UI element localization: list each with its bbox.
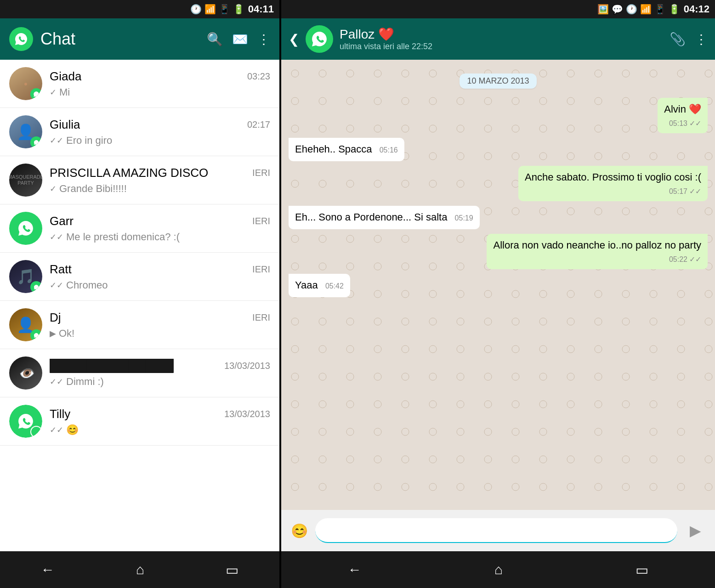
wa-icon-right: 💬 [612, 4, 623, 15]
message-3-content: Anche sabato. Prossimo ti voglio cosi :( [525, 170, 701, 185]
preview-unknown: Dimmi :) [66, 376, 104, 388]
recent-button-right[interactable]: ▭ [636, 562, 648, 578]
header-icons-left: 🔍 ✉️ ⋮ [207, 32, 270, 47]
preview-garr: Me le presti domenica? :( [66, 231, 180, 243]
last-seen-text: ultima vista ieri alle 22:52 [340, 42, 663, 51]
message-4-content: Eh... Sono a Pordenone... Si salta 05:19 [295, 210, 473, 225]
avatar-tilly [9, 405, 42, 438]
message-3-meta: 05:17 ✓✓ [525, 187, 701, 197]
chat-info-giada: Giada 03:23 ✓ Mi [50, 69, 270, 98]
chat-info-dj: Dj IERI ▶ Ok! [50, 311, 270, 339]
chat-name-giada: Giada [50, 69, 81, 84]
home-button-left[interactable]: ⌂ [136, 562, 144, 577]
preview-ratt: Chromeo [66, 279, 108, 291]
message-4-time: 05:19 [455, 214, 473, 222]
chat-time-giulia: 02:17 [247, 119, 270, 130]
message-1-content: Alvin ❤️ [664, 102, 701, 117]
send-icon: ▶ [690, 522, 701, 539]
message-6: Yaaa 05:42 [289, 274, 350, 297]
chat-item-ratt[interactable]: 🎵 Ratt IERI ✓✓ Chromeo [0, 253, 279, 301]
menu-icon-left[interactable]: ⋮ [257, 32, 270, 47]
check-priscilla: ✓ [50, 184, 57, 194]
attach-icon[interactable]: 📎 [670, 32, 686, 47]
check-ratt: ✓✓ [50, 280, 63, 290]
new-chat-icon[interactable]: ✉️ [232, 32, 248, 47]
check-giada: ✓ [50, 87, 57, 97]
chat-info-garr: Garr IERI ✓✓ Me le presti domenica? :( [50, 214, 270, 243]
recent-button-left[interactable]: ▭ [226, 562, 238, 578]
check-tilly: ✓✓ [50, 425, 63, 435]
status-bar-left: 🕐 📶 📱 🔋 04:11 [0, 0, 279, 18]
contact-info: Palloz ❤️ ultima vista ieri alle 22:52 [340, 27, 663, 51]
avatar-garr [9, 212, 42, 245]
message-1-check: ✓✓ [689, 119, 701, 129]
bottom-nav-right: ← ⌂ ▭ [281, 551, 715, 588]
message-6-content: Yaaa 05:42 [295, 278, 344, 293]
message-1-meta: 05:13 ✓✓ [664, 119, 701, 129]
chat-info-tilly: Tilly 13/03/2013 ✓✓ 😊 [50, 407, 270, 436]
message-5-check: ✓✓ [689, 254, 701, 265]
emoji-button[interactable]: 😊 [289, 520, 310, 541]
avatar-unknown: 👁️ [9, 356, 42, 390]
chat-time-dj: IERI [252, 312, 270, 323]
avatar-giulia: 👤 [9, 115, 42, 148]
preview-giulia: Ero in giro [66, 135, 112, 147]
chat-list-title: Chat [40, 29, 199, 49]
chat-item-dj[interactable]: 👤 Dj IERI ▶ Ok! [0, 301, 279, 349]
message-2-content: Eheheh.. Spacca 05:16 [295, 142, 398, 157]
message-4: Eh... Sono a Pordenone... Si salta 05:19 [289, 206, 480, 229]
chat-item-giada[interactable]: ● Giada 03:23 ✓ Mi [0, 60, 279, 108]
clock-icon-right: 🕐 [626, 4, 637, 15]
status-time-left: 04:11 [248, 3, 274, 15]
chat-time-ratt: IERI [252, 264, 270, 275]
search-icon[interactable]: 🔍 [207, 32, 223, 47]
status-bar-right: 🖼️ 💬 🕐 📶 📱 🔋 04:12 [281, 0, 715, 18]
chat-name-dj: Dj [50, 311, 61, 325]
chat-input-area: 😊 ▶ [281, 510, 715, 551]
back-button-left[interactable]: ← [41, 562, 55, 577]
play-icon-dj: ▶ [50, 328, 56, 339]
chat-item-giulia[interactable]: 👤 Giulia 02:17 ✓✓ Ero in giro [0, 108, 279, 156]
battery-icon-left: 🔋 [233, 4, 244, 15]
chat-name-priscilla: PRISCILLA AMAZING DISCO [50, 166, 208, 180]
chat-item-garr[interactable]: Garr IERI ✓✓ Me le presti domenica? :( [0, 204, 279, 253]
send-button[interactable]: ▶ [683, 518, 708, 543]
chat-name-garr: Garr [50, 214, 74, 228]
clock-icon-left: 🕐 [190, 4, 202, 15]
avatar-giada: ● [9, 67, 42, 100]
signal-icon-right: 📱 [654, 4, 666, 15]
heart-emoji: ❤️ [378, 27, 394, 42]
message-input[interactable] [315, 518, 677, 543]
chat-name-unknown: ██████████████ [50, 359, 174, 373]
home-button-right[interactable]: ⌂ [494, 562, 503, 577]
chat-time-unknown: 13/03/2013 [224, 361, 270, 371]
chat-item-tilly[interactable]: Tilly 13/03/2013 ✓✓ 😊 [0, 397, 279, 446]
chat-info-ratt: Ratt IERI ✓✓ Chromeo [50, 262, 270, 291]
chat-info-giulia: Giulia 02:17 ✓✓ Ero in giro [50, 118, 270, 147]
message-3-check: ✓✓ [689, 187, 701, 197]
chat-time-tilly: 13/03/2013 [224, 409, 270, 419]
left-panel: 🕐 📶 📱 🔋 04:11 Chat 🔍 ✉️ ⋮ ● [0, 0, 279, 588]
check-giulia: ✓✓ [50, 136, 63, 146]
message-1: Alvin ❤️ 05:13 ✓✓ [658, 98, 708, 133]
chat-time-giada: 03:23 [247, 71, 270, 82]
whatsapp-logo [9, 27, 33, 51]
preview-priscilla: Grande Bibi!!!!! [59, 183, 127, 195]
back-button-chat[interactable]: ❮ [289, 32, 299, 47]
back-button-right[interactable]: ← [348, 562, 362, 577]
chat-header: ❮ Palloz ❤️ ultima vista ieri alle 22:52… [281, 18, 715, 60]
preview-giada: Mi [59, 86, 70, 98]
message-6-time: 05:42 [325, 282, 344, 290]
avatar-ratt: 🎵 [9, 260, 42, 293]
message-2: Eheheh.. Spacca 05:16 [289, 138, 404, 161]
chat-info-unknown: ██████████████ 13/03/2013 ✓✓ Dimmi :) [50, 359, 270, 388]
status-icons-right: 🖼️ 💬 🕐 📶 📱 🔋 [597, 4, 680, 15]
message-5-time: 05:22 [669, 254, 687, 265]
chat-item-unknown[interactable]: 👁️ ██████████████ 13/03/2013 ✓✓ Dimmi :) [0, 349, 279, 397]
chat-item-priscilla[interactable]: MASQUERADEPARTY PRISCILLA AMAZING DISCO … [0, 156, 279, 204]
menu-icon-right[interactable]: ⋮ [695, 32, 708, 47]
chat-name-ratt: Ratt [50, 262, 72, 277]
avatar-dj: 👤 [9, 308, 42, 341]
status-icons-left: 🕐 📶 📱 🔋 [190, 4, 244, 15]
status-time-right: 04:12 [684, 3, 709, 15]
